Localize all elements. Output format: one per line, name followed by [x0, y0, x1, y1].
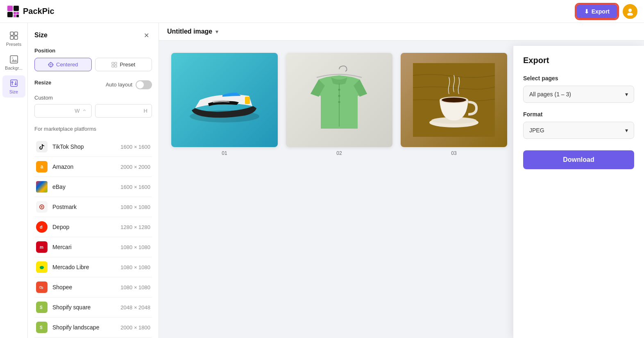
svg-rect-25 [112, 65, 114, 67]
panel-title: Size [34, 32, 48, 39]
marketplace-item-tiktok[interactable]: TikTok Shop 1600 × 1600 [34, 137, 152, 157]
svg-point-18 [50, 64, 52, 65]
marketplace-item-shopee[interactable]: 🛍 Shopee 1080 × 1080 [34, 277, 152, 297]
title-dropdown-icon[interactable]: ▾ [215, 28, 218, 35]
sidebar-item-background[interactable]: Backgr... [2, 52, 25, 74]
format-dropdown[interactable]: JPEG ▾ [523, 122, 634, 139]
svg-rect-4 [14, 12, 16, 14]
tiktok-icon [36, 141, 48, 152]
canvas-thumb-1[interactable] [171, 53, 278, 147]
marketplace-item-ebay[interactable]: eBay 1600 × 1600 [34, 177, 152, 197]
amazon-icon: a [36, 161, 48, 172]
canvas-page-3: 03 [401, 53, 507, 156]
canvas-thumb-2[interactable] [286, 53, 392, 147]
resize-label: Resize [34, 79, 51, 86]
svg-point-39 [338, 95, 340, 97]
auto-layout-label: Auto layout [106, 82, 132, 88]
width-input[interactable]: W [34, 104, 92, 118]
preset-button[interactable]: Preset [95, 58, 152, 71]
marketplace-item-shopify-square[interactable]: S Shopify square 2048 × 2048 [34, 297, 152, 318]
select-pages-label: Select pages [523, 75, 634, 82]
canvas-area: Untitled image ▾ [159, 23, 644, 338]
svg-point-8 [628, 9, 632, 12]
export-panel: Export Select pages All pages (1 – 3) ▾ … [513, 46, 644, 338]
link-icon [82, 108, 87, 114]
avatar[interactable] [623, 4, 637, 19]
centered-button[interactable]: Centered [34, 58, 92, 71]
marketplace-item-depop[interactable]: d Depop 1280 × 1280 [34, 217, 152, 237]
svg-rect-24 [115, 62, 117, 64]
svg-rect-5 [16, 12, 19, 14]
logo-text: PackPic [23, 7, 54, 16]
mercari-icon: m [36, 241, 48, 253]
canvas-label-1: 01 [222, 150, 227, 156]
marketplace-item-mercari[interactable]: m Mercari 1080 × 1080 [34, 237, 152, 257]
export-panel-title: Export [523, 56, 634, 65]
marketplace-item-amazon[interactable]: a Amazon 2000 × 2000 [34, 157, 152, 177]
coffee-svg [413, 63, 495, 137]
presets-icon [9, 31, 18, 40]
mercadolibre-icon [36, 261, 48, 273]
canvas-page-1: 01 [171, 53, 278, 156]
svg-rect-12 [10, 36, 14, 39]
height-input[interactable]: H [95, 104, 152, 118]
centered-icon [48, 62, 54, 68]
svg-rect-1 [7, 6, 13, 11]
marketplace-item-postmark[interactable]: Postmark 1080 × 1080 [34, 197, 152, 217]
sidebar-item-presets[interactable]: Presets [2, 28, 25, 50]
pages-dropdown[interactable]: All pages (1 – 3) ▾ [523, 86, 634, 103]
wh-inputs: W H [34, 104, 152, 118]
sidebar-item-size[interactable]: Size [2, 75, 25, 98]
format-label: Format [523, 111, 634, 118]
marketplace-item-mercadolibre[interactable]: Mercado Libre 1080 × 1080 [34, 257, 152, 277]
panel-header: Size ✕ [34, 29, 152, 41]
svg-rect-3 [7, 12, 13, 17]
postmark-icon [36, 201, 48, 213]
format-dropdown-icon: ▾ [625, 127, 628, 134]
svg-rect-7 [16, 15, 19, 17]
svg-rect-16 [11, 80, 17, 86]
custom-label: Custom [34, 95, 152, 101]
resize-header: Resize Auto layout [34, 79, 152, 90]
close-panel-button[interactable]: ✕ [141, 29, 152, 41]
svg-point-15 [11, 57, 13, 59]
svg-rect-10 [10, 32, 14, 35]
export-download-icon: ⬇ [584, 8, 589, 15]
preset-icon [111, 62, 117, 68]
auto-layout-toggle[interactable] [136, 80, 152, 89]
svg-rect-26 [115, 65, 117, 67]
svg-rect-6 [14, 15, 16, 17]
position-buttons: Centered Preset [34, 58, 152, 71]
user-icon [626, 7, 634, 16]
marketplace-item-shopify-landscape[interactable]: S Shopify landscape 2000 × 1800 [34, 318, 152, 338]
ebay-icon [36, 181, 48, 193]
canvas-page-2: 02 [286, 53, 392, 156]
svg-point-9 [627, 13, 633, 16]
header-right: ⬇ Export [576, 4, 637, 19]
svg-point-38 [338, 89, 340, 91]
marketplace-list: TikTok Shop 1600 × 1600 a Amazon 2000 × … [34, 137, 152, 338]
canvas-label-2: 02 [336, 150, 342, 156]
shirt-svg [298, 63, 380, 137]
toggle-knob [136, 81, 144, 88]
main-layout: Presets Backgr... Size Size ✕ Position [0, 23, 644, 338]
pages-dropdown-icon: ▾ [625, 91, 628, 98]
svg-rect-2 [14, 6, 19, 11]
download-button[interactable]: Download [523, 150, 634, 169]
canvas-thumb-3[interactable] [401, 53, 507, 147]
svg-point-28 [41, 206, 43, 208]
canvas-header: Untitled image ▾ [159, 23, 644, 41]
depop-icon: d [36, 221, 48, 233]
svg-text:S: S [40, 305, 43, 310]
sneaker-image [171, 53, 278, 147]
marketplace-header: For marketplace platforms [34, 126, 152, 132]
svg-text:m: m [40, 245, 43, 250]
svg-text:S: S [40, 325, 43, 330]
sidebar-icons: Presets Backgr... Size [0, 23, 28, 338]
export-button[interactable]: ⬇ Export [576, 4, 618, 19]
shirt-image [286, 53, 392, 147]
svg-rect-14 [10, 56, 18, 63]
svg-point-45 [442, 98, 466, 102]
svg-text:🛍: 🛍 [39, 285, 43, 290]
svg-text:d: d [40, 225, 43, 229]
